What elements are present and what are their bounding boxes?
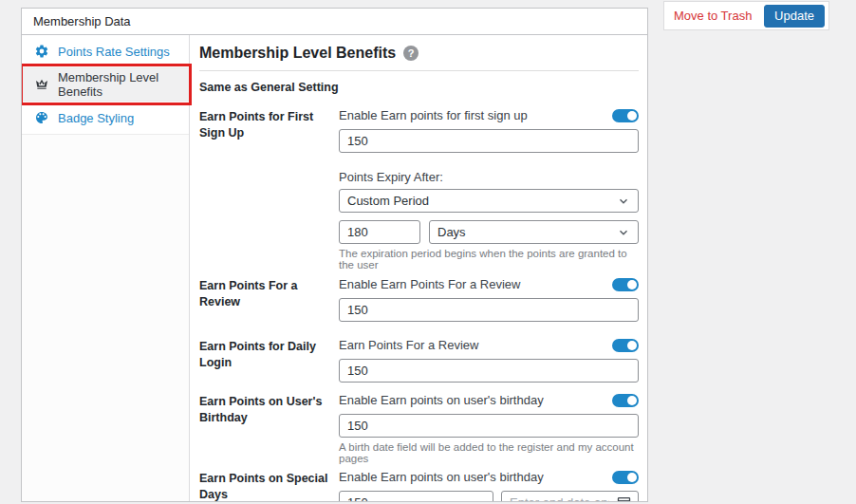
tab-points-rate-settings[interactable]: Points Rate Settings: [22, 35, 189, 68]
settings-tabs: Points Rate Settings Membership Level Be…: [22, 35, 190, 501]
birthday-section: Earn Points on User's Birthday Enable Ea…: [199, 394, 639, 464]
daily-login-enable-label: Earn Points For a Review: [339, 339, 478, 352]
same-as-general-field: [358, 80, 639, 96]
daily-login-label: Earn Points for Daily Login: [199, 339, 339, 383]
birthday-toggle[interactable]: [612, 394, 639, 407]
expiry-duration-row: Days: [339, 220, 639, 244]
first-signup-enable-label: Enable Earn points for first sign up: [339, 109, 528, 122]
tab-label: Membership Level Benefits: [58, 70, 189, 99]
update-button[interactable]: Update: [764, 5, 825, 28]
special-days-enable-row: Enable Earn points on user's birthday: [339, 471, 639, 484]
gear-icon: [34, 44, 49, 59]
first-signup-label: Earn Points for First Sign Up: [199, 109, 339, 271]
special-days-date-field: [501, 491, 639, 501]
expiry-unit-select[interactable]: Days: [429, 220, 639, 244]
first-signup-points-input[interactable]: [339, 129, 639, 153]
review-enable-row: Enable Earn Points For a Review: [339, 278, 639, 291]
panel-title-row: Membership Level Benefits ?: [199, 44, 639, 62]
tab-badge-styling[interactable]: Badge Styling: [22, 102, 189, 135]
toggle-knob: [627, 280, 637, 289]
chevron-down-icon: [617, 195, 630, 208]
review-toggle[interactable]: [612, 278, 639, 291]
move-to-trash-link[interactable]: Move to Trash: [674, 9, 752, 23]
first-signup-enable-row: Enable Earn points for first sign up: [339, 109, 639, 122]
expiry-period-value: Custom Period: [347, 194, 429, 208]
special-days-toggle[interactable]: [612, 471, 639, 484]
birthday-help-text: A birth date field will be added to the …: [339, 441, 639, 464]
calendar-icon[interactable]: [616, 495, 632, 501]
review-points-input[interactable]: [339, 298, 639, 322]
first-signup-toggle[interactable]: [612, 109, 639, 122]
expiry-duration-input[interactable]: [339, 220, 420, 244]
review-enable-label: Enable Earn Points For a Review: [339, 278, 520, 291]
daily-login-toggle[interactable]: [612, 339, 639, 352]
tab-membership-level-benefits[interactable]: Membership Level Benefits: [22, 68, 189, 102]
first-signup-section: Earn Points for First Sign Up Enable Ear…: [199, 109, 639, 271]
toggle-knob: [627, 341, 637, 350]
special-days-points-input[interactable]: [339, 491, 493, 501]
points-expiry-label: Points Expiry After:: [339, 171, 639, 183]
same-as-general-label: Same as General Setting: [199, 80, 358, 96]
same-as-general-row: Same as General Setting: [199, 80, 639, 96]
tab-label: Badge Styling: [58, 111, 134, 125]
special-days-label: Earn Points on Special Days: [199, 471, 339, 501]
publish-box: Move to Trash Update: [663, 1, 829, 30]
expiry-help-text: The expiration period begins when the po…: [339, 248, 639, 271]
expiry-unit-value: Days: [437, 225, 466, 239]
birthday-enable-row: Enable Earn points on user's birthday: [339, 394, 639, 407]
tab-label: Points Rate Settings: [58, 45, 170, 59]
crown-icon: [34, 77, 49, 92]
palette-icon: [34, 110, 49, 125]
toggle-knob: [627, 396, 637, 405]
help-icon[interactable]: ?: [403, 46, 419, 61]
birthday-enable-label: Enable Earn points on user's birthday: [339, 394, 544, 407]
birthday-points-input[interactable]: [339, 414, 639, 438]
review-section: Earn Points For a Review Enable Earn Poi…: [199, 278, 639, 322]
toggle-knob: [627, 473, 637, 482]
birthday-label: Earn Points on User's Birthday: [199, 394, 339, 464]
special-days-section: Earn Points on Special Days Enable Earn …: [199, 471, 639, 501]
review-label: Earn Points For a Review: [199, 278, 339, 322]
toggle-knob: [627, 111, 637, 121]
metabox-title: Membership Data: [22, 9, 647, 35]
daily-login-section: Earn Points for Daily Login Earn Points …: [199, 339, 639, 383]
expiry-period-select[interactable]: Custom Period: [339, 189, 639, 213]
chevron-down-icon: [617, 226, 630, 239]
daily-login-enable-row: Earn Points For a Review: [339, 339, 639, 352]
panel-divider: [199, 70, 639, 71]
membership-data-metabox: Membership Data Points Rate Settings Mem…: [21, 8, 648, 502]
membership-level-benefits-panel: Membership Level Benefits ? Same as Gene…: [190, 35, 647, 501]
special-days-enable-label: Enable Earn points on user's birthday: [339, 471, 544, 484]
metabox-body: Points Rate Settings Membership Level Be…: [22, 35, 647, 501]
panel-title: Membership Level Benefits: [199, 45, 396, 62]
special-days-fields-row: [339, 491, 639, 501]
daily-login-points-input[interactable]: [339, 359, 639, 383]
toggle-knob: [346, 82, 356, 91]
